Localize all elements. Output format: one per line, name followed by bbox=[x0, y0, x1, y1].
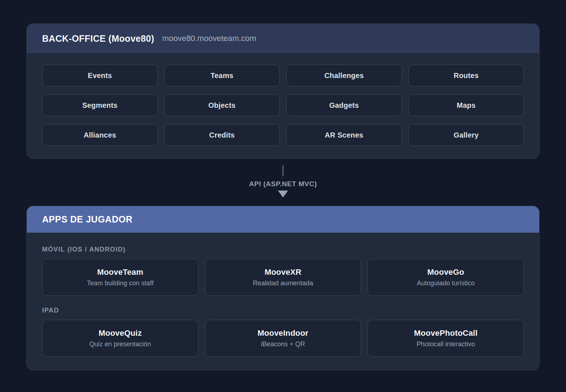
app-card-title: MoovePhotoCall bbox=[414, 328, 477, 338]
module-node-maps: Maps bbox=[409, 94, 524, 116]
app-card-moovego: MooveGo Autoguiado turístico bbox=[368, 259, 524, 296]
movil-cards-grid: MooveTeam Team building con staff MooveX… bbox=[42, 259, 524, 296]
connector-line bbox=[282, 165, 284, 176]
app-card-title: MooveGo bbox=[427, 268, 464, 277]
apps-header: APPS DE JUGADOR bbox=[27, 206, 539, 233]
backoffice-title: BACK-OFFICE (Moove80) bbox=[42, 33, 154, 44]
app-card-subtitle: Quiz en presentación bbox=[89, 340, 151, 348]
module-node-challenges: Challenges bbox=[286, 65, 402, 86]
backoffice-panel: BACK-OFFICE (Moove80) moove80.mooveteam.… bbox=[26, 24, 540, 159]
connector-label: API (ASP.NET MVC) bbox=[249, 180, 317, 188]
app-card-moovephotocall: MoovePhotoCall Photocall interactivo bbox=[368, 320, 524, 357]
app-card-moovexr: MooveXR Realidad aumentada bbox=[205, 259, 361, 296]
app-card-mooveindoor: MooveIndoor iBeacons + QR bbox=[205, 320, 361, 357]
section-label-movil: MÓVIL (IOS / ANDROID) bbox=[42, 246, 524, 253]
app-card-title: MooveTeam bbox=[97, 268, 143, 277]
app-card-title: MooveIndoor bbox=[258, 328, 308, 338]
backoffice-modules-grid: Events Teams Challenges Routes Segments … bbox=[27, 53, 539, 158]
app-card-subtitle: Realidad aumentada bbox=[253, 279, 313, 287]
app-card-mooveteam: MooveTeam Team building con staff bbox=[42, 259, 198, 296]
app-card-moovequiz: MooveQuiz Quiz en presentación bbox=[42, 320, 198, 357]
diagram-canvas: BACK-OFFICE (Moove80) moove80.mooveteam.… bbox=[0, 0, 566, 392]
module-node-objects: Objects bbox=[164, 94, 280, 116]
module-node-gallery: Gallery bbox=[409, 124, 524, 146]
app-card-subtitle: Photocall interactivo bbox=[417, 340, 475, 348]
app-card-title: MooveXR bbox=[264, 268, 302, 277]
backoffice-header: BACK-OFFICE (Moove80) moove80.mooveteam.… bbox=[27, 24, 539, 53]
apps-body: MÓVIL (IOS / ANDROID) MooveTeam Team bui… bbox=[27, 246, 539, 370]
api-connector: API (ASP.NET MVC) bbox=[0, 159, 566, 206]
module-node-segments: Segments bbox=[42, 94, 158, 116]
module-node-events: Events bbox=[42, 65, 158, 86]
apps-panel: APPS DE JUGADOR MÓVIL (IOS / ANDROID) Mo… bbox=[26, 206, 540, 370]
section-label-ipad: IPAD bbox=[42, 307, 524, 314]
apps-title: APPS DE JUGADOR bbox=[42, 214, 132, 225]
app-card-subtitle: Team building con staff bbox=[87, 279, 153, 287]
arrow-down-icon bbox=[278, 191, 288, 197]
ipad-cards-grid: MooveQuiz Quiz en presentación MooveIndo… bbox=[42, 320, 524, 357]
backoffice-domain-text: moove80.mooveteam.com bbox=[162, 34, 256, 43]
module-node-alliances: Alliances bbox=[42, 124, 158, 146]
module-node-credits: Credits bbox=[164, 124, 280, 146]
module-node-teams: Teams bbox=[164, 65, 280, 86]
app-card-title: MooveQuiz bbox=[99, 328, 142, 338]
module-node-gadgets: Gadgets bbox=[286, 94, 402, 116]
module-node-routes: Routes bbox=[409, 65, 524, 86]
app-card-subtitle: Autoguiado turístico bbox=[417, 279, 475, 287]
module-node-ar-scenes: AR Scenes bbox=[286, 124, 402, 146]
app-card-subtitle: iBeacons + QR bbox=[261, 340, 305, 348]
